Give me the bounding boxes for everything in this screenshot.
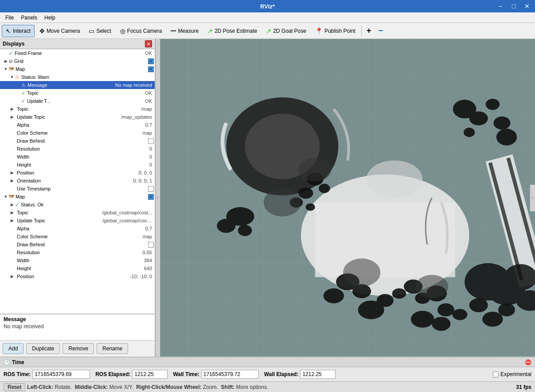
ros-elapsed-field: ROS Elapsed:: [95, 370, 168, 379]
svg-point-24: [469, 111, 488, 125]
tree-row-topic2[interactable]: ▶ Topic /global_costmap/cost...: [0, 209, 155, 217]
svg-point-25: [486, 99, 500, 110]
svg-point-28: [464, 128, 475, 137]
tree-row-status-warn[interactable]: ▼ ⚠ Status: Warn: [0, 73, 155, 81]
grid-checkbox[interactable]: ✓: [148, 58, 154, 64]
tree-row-alpha1[interactable]: Alpha 0.7: [0, 121, 155, 129]
tool-2d-pose-label: 2D Pose Estimate: [215, 28, 257, 34]
wall-time-input[interactable]: [201, 370, 259, 379]
svg-point-36: [319, 184, 330, 193]
tree-row-update-topic2[interactable]: ▶ Update Topic /global_costmap/cost...: [0, 217, 155, 225]
tree-row-position2[interactable]: ▶ Position -10; -10; 0: [0, 272, 155, 280]
fps-counter: 31 fps: [516, 384, 531, 390]
tool-move-camera-label: Move Camera: [47, 28, 80, 34]
expand-update-topic1: ▶: [9, 114, 15, 120]
tool-remove-button[interactable]: −: [375, 25, 386, 37]
map-canvas: [160, 39, 535, 357]
minimize-button[interactable]: −: [494, 1, 507, 11]
tree-row-map1[interactable]: ▼ 🗺 Map ✓: [0, 65, 155, 73]
tool-focus-camera[interactable]: ◎ Focus Camera: [116, 25, 166, 37]
tree-row-message[interactable]: ⚠ Message No map received: [0, 81, 155, 89]
timebar-title: 🕐 Time: [4, 359, 24, 365]
timebar-close-button[interactable]: ⛔: [525, 359, 531, 365]
ros-time-label: ROS Time:: [4, 371, 31, 377]
svg-point-26: [493, 116, 510, 130]
map2-checkbox[interactable]: ✓: [148, 194, 154, 200]
svg-point-27: [496, 128, 517, 145]
tree-row-position1[interactable]: ▶ Position 0; 0; 0: [0, 169, 155, 177]
maximize-button[interactable]: □: [508, 1, 520, 11]
tree-row-orientation1[interactable]: ▶ Orientation 0; 0; 0; 1: [0, 177, 155, 185]
use-timestamp1-checkbox[interactable]: [148, 186, 154, 192]
svg-point-37: [298, 187, 313, 198]
toolbar: ↖ Interact ✥ Move Camera ▭ Select ◎ Focu…: [0, 23, 535, 39]
pose-icon: ↗: [207, 27, 213, 35]
tree-row-topic-ok1[interactable]: ✓ Topic OK: [0, 89, 155, 97]
draw-behind1-checkbox[interactable]: [148, 138, 154, 144]
rename-button[interactable]: Rename: [97, 343, 128, 354]
tool-select-label: Select: [96, 28, 111, 34]
tool-add-button[interactable]: +: [363, 25, 375, 37]
tool-2d-pose[interactable]: ↗ 2D Pose Estimate: [203, 25, 261, 37]
ros-time-input[interactable]: [32, 370, 90, 379]
tree-row-topic-map[interactable]: ▶ Topic /map: [0, 105, 155, 113]
tree-row-width1[interactable]: Width 0: [0, 153, 155, 161]
tool-select[interactable]: ▭ Select: [85, 25, 115, 37]
add-button[interactable]: Add: [3, 343, 23, 354]
expand-color-scheme1: [9, 130, 15, 136]
remove-button[interactable]: Remove: [62, 343, 94, 354]
expand-update-topic2: ▶: [9, 217, 15, 224]
displays-close-button[interactable]: ✕: [145, 40, 152, 47]
tree-row-status-ok[interactable]: ▶ ✓ Status: Ok: [0, 201, 155, 209]
draw-behind2-checkbox[interactable]: [148, 242, 154, 248]
tool-measure[interactable]: ━━ Measure: [167, 25, 203, 37]
ros-elapsed-input[interactable]: [132, 370, 168, 379]
tree-row-fixed-frame[interactable]: ✓ Fixed Frame OK: [0, 49, 155, 57]
wall-elapsed-label: Wall Elapsed:: [264, 371, 299, 377]
close-button[interactable]: ✕: [521, 1, 533, 11]
duplicate-button[interactable]: Duplicate: [26, 343, 60, 354]
viewport[interactable]: ›: [160, 39, 535, 357]
experimental-checkbox[interactable]: [493, 372, 499, 377]
expand-position2: ▶: [9, 273, 15, 279]
right-collapse-handle[interactable]: ›: [530, 185, 535, 211]
reset-button[interactable]: Reset: [4, 383, 25, 391]
expand-draw-behind1: [9, 138, 15, 144]
tree-row-grid[interactable]: ▶ ⊞ Grid ✓: [0, 57, 155, 65]
tool-focus-camera-label: Focus Camera: [127, 28, 162, 34]
menu-help[interactable]: Help: [41, 14, 59, 22]
tree-row-update-topic1[interactable]: ▶ Update Topic /map_updates: [0, 113, 155, 121]
map1-checkbox[interactable]: ✓: [148, 66, 154, 72]
tree-row-resolution1[interactable]: Resolution 0: [0, 145, 155, 153]
wall-time-label: Wall Time:: [173, 371, 199, 377]
tree-row-width2[interactable]: Width 384: [0, 256, 155, 264]
svg-point-39: [306, 203, 315, 211]
tree-row-draw-behind1[interactable]: Draw Behind: [0, 137, 155, 145]
timebar: 🕐 Time ⛔ ROS Time: ROS Elapsed: Wall Tim…: [0, 357, 535, 381]
main-layout: Displays ✕ ✓ Fixed Frame OK ▶ ⊞ Grid ✓: [0, 39, 535, 357]
menu-panels[interactable]: Panels: [17, 14, 41, 22]
goal-icon: ↗: [266, 27, 271, 35]
expand-alpha1: [9, 122, 15, 128]
tool-move-camera[interactable]: ✥ Move Camera: [35, 25, 84, 37]
tool-publish-point[interactable]: 📍 Publish Point: [311, 25, 359, 37]
tool-interact[interactable]: ↖ Interact: [2, 25, 35, 37]
publish-point-icon: 📍: [315, 27, 323, 35]
tree-row-map2[interactable]: ▼ 🗺 Map ✓: [0, 193, 155, 201]
tool-2d-goal[interactable]: ↗ 2D Goal Pose: [262, 25, 310, 37]
panel-collapse-handle[interactable]: ‹: [155, 39, 160, 357]
tree-row-alpha2[interactable]: Alpha 0.7: [0, 225, 155, 233]
tree-row-update-topic-ok1[interactable]: ✓ Update T... OK: [0, 97, 155, 105]
tree-row-height1[interactable]: Height 0: [0, 161, 155, 169]
tree-row-use-timestamp1[interactable]: Use Timestamp: [0, 185, 155, 193]
displays-tree[interactable]: ✓ Fixed Frame OK ▶ ⊞ Grid ✓ ▼ 🗺 Map ✓: [0, 49, 155, 314]
tree-row-resolution2[interactable]: Resolution 0.05: [0, 248, 155, 256]
wall-elapsed-input[interactable]: [300, 370, 336, 379]
tree-row-draw-behind2[interactable]: Draw Behind: [0, 241, 155, 248]
svg-point-45: [358, 300, 384, 319]
tree-row-color-scheme2[interactable]: Color Scheme map: [0, 233, 155, 241]
tree-row-color-scheme1[interactable]: Color Scheme map: [0, 129, 155, 137]
tree-row-height2[interactable]: Height 640: [0, 264, 155, 272]
svg-point-50: [411, 311, 434, 328]
menu-file[interactable]: File: [2, 14, 17, 22]
